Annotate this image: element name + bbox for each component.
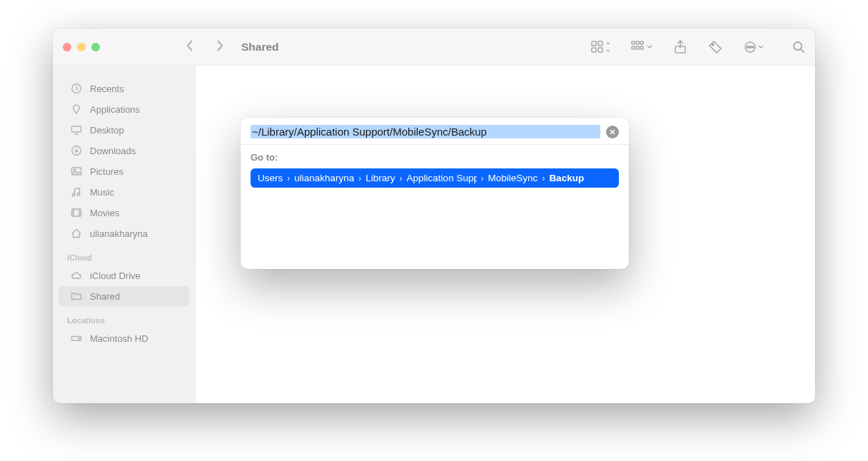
svg-rect-8 bbox=[636, 46, 639, 49]
sidebar-item-label: Recents bbox=[90, 83, 124, 94]
sidebar-heading-icloud: iCloud bbox=[53, 249, 195, 265]
sidebar-item-label: Movies bbox=[90, 208, 119, 218]
back-button[interactable] bbox=[186, 39, 196, 55]
download-icon bbox=[70, 144, 83, 157]
goto-input-row: ~/Library/Application Support/MobileSync… bbox=[241, 118, 629, 145]
share-button[interactable] bbox=[674, 40, 687, 54]
chevron-right-icon: › bbox=[400, 173, 403, 183]
path-segment: ulianakharyna bbox=[294, 173, 354, 183]
svg-point-14 bbox=[747, 46, 749, 48]
path-segment: Users bbox=[258, 173, 283, 183]
titlebar: Shared bbox=[53, 29, 815, 66]
svg-rect-3 bbox=[598, 48, 602, 52]
path-segment: Application Support bbox=[407, 173, 477, 183]
sidebar: Recents Applications Desktop Downloads P… bbox=[53, 66, 196, 403]
svg-rect-7 bbox=[632, 46, 635, 49]
movies-icon bbox=[70, 206, 83, 219]
tag-button[interactable] bbox=[708, 40, 722, 54]
svg-point-26 bbox=[79, 338, 80, 340]
svg-rect-2 bbox=[592, 48, 596, 52]
sidebar-item-label: iCloud Drive bbox=[90, 270, 141, 281]
sidebar-item-label: Macintosh HD bbox=[90, 333, 148, 344]
forward-button[interactable] bbox=[214, 39, 224, 55]
goto-body: Go to: Users › ulianakharyna › Library ›… bbox=[241, 145, 629, 195]
search-button[interactable] bbox=[792, 41, 805, 54]
sidebar-item-downloads[interactable]: Downloads bbox=[59, 141, 189, 161]
maximize-button[interactable] bbox=[91, 43, 100, 51]
sidebar-item-recents[interactable]: Recents bbox=[59, 78, 189, 98]
chevron-right-icon: › bbox=[358, 173, 361, 183]
svg-rect-4 bbox=[632, 41, 635, 44]
sidebar-item-label: Shared bbox=[90, 291, 120, 302]
sidebar-item-desktop[interactable]: Desktop bbox=[59, 120, 189, 140]
sidebar-item-label: Desktop bbox=[90, 125, 124, 136]
window-title: Shared bbox=[241, 41, 279, 54]
sidebar-item-pictures[interactable]: Pictures bbox=[59, 161, 189, 181]
path-segment: Backup bbox=[549, 173, 584, 183]
svg-point-23 bbox=[77, 193, 80, 196]
svg-point-21 bbox=[74, 169, 75, 171]
sidebar-item-label: ulianakharyna bbox=[90, 228, 148, 239]
svg-rect-6 bbox=[640, 41, 643, 44]
disk-icon bbox=[70, 332, 83, 345]
chevron-right-icon: › bbox=[481, 173, 484, 183]
desktop-icon bbox=[70, 123, 83, 136]
svg-rect-0 bbox=[592, 41, 596, 46]
traffic-lights bbox=[63, 43, 100, 51]
sidebar-item-movies[interactable]: Movies bbox=[59, 203, 189, 223]
view-mode-button[interactable] bbox=[591, 41, 610, 54]
sidebar-item-macintosh-hd[interactable]: Macintosh HD bbox=[59, 328, 189, 348]
svg-point-11 bbox=[712, 44, 713, 45]
sidebar-item-label: Pictures bbox=[90, 166, 123, 177]
path-segment: Library bbox=[365, 173, 395, 183]
goto-folder-dialog: ~/Library/Application Support/MobileSync… bbox=[241, 118, 629, 269]
sidebar-item-icloud-drive[interactable]: iCloud Drive bbox=[59, 265, 189, 285]
svg-rect-1 bbox=[598, 41, 602, 46]
svg-point-16 bbox=[794, 42, 802, 50]
sidebar-item-shared[interactable]: Shared bbox=[59, 286, 189, 306]
sidebar-item-label: Music bbox=[90, 187, 114, 198]
clock-icon bbox=[70, 82, 83, 95]
svg-rect-9 bbox=[640, 46, 643, 49]
app-icon bbox=[70, 103, 83, 116]
nav-arrows bbox=[186, 39, 224, 55]
group-button[interactable] bbox=[631, 41, 652, 54]
chevron-right-icon: › bbox=[542, 173, 545, 183]
cloud-icon bbox=[70, 269, 83, 282]
path-segment: MobileSync bbox=[488, 173, 538, 183]
path-suggestion[interactable]: Users › ulianakharyna › Library › Applic… bbox=[251, 168, 619, 188]
svg-point-15 bbox=[752, 46, 754, 48]
sidebar-item-label: Downloads bbox=[90, 146, 136, 156]
toolbar bbox=[591, 40, 805, 54]
pictures-icon bbox=[70, 165, 83, 178]
goto-path-input[interactable]: ~/Library/Application Support/MobileSync… bbox=[251, 125, 600, 138]
close-button[interactable] bbox=[63, 43, 71, 51]
home-icon bbox=[70, 227, 83, 240]
sidebar-item-music[interactable]: Music bbox=[59, 182, 189, 202]
goto-label: Go to: bbox=[251, 152, 619, 163]
folder-icon bbox=[70, 290, 83, 303]
svg-rect-18 bbox=[72, 126, 81, 132]
clear-button[interactable] bbox=[606, 126, 619, 138]
music-icon bbox=[70, 186, 83, 198]
sidebar-item-home[interactable]: ulianakharyna bbox=[59, 223, 189, 243]
svg-point-13 bbox=[750, 46, 752, 48]
svg-rect-5 bbox=[636, 41, 639, 44]
svg-point-22 bbox=[72, 193, 75, 196]
sidebar-item-applications[interactable]: Applications bbox=[59, 99, 189, 119]
minimize-button[interactable] bbox=[77, 43, 86, 51]
sidebar-item-label: Applications bbox=[90, 104, 140, 115]
sidebar-heading-locations: Locations bbox=[53, 312, 195, 328]
chevron-right-icon: › bbox=[287, 173, 290, 183]
action-button[interactable] bbox=[744, 41, 764, 54]
